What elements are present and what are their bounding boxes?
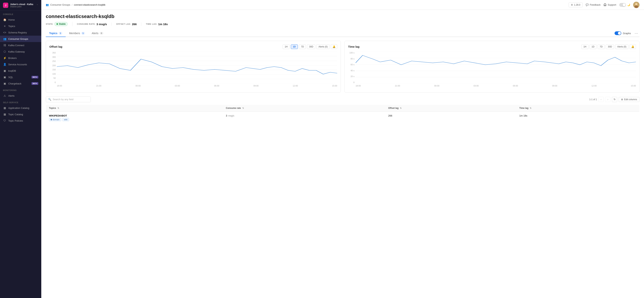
col-time-lag[interactable]: Time lag ⇅	[516, 105, 640, 112]
sidebar-item-label: Consumer Groups	[8, 38, 28, 40]
sidebar-item-topics[interactable]: ≡ Topics	[0, 23, 41, 29]
xlabel-1800: 18:00	[57, 85, 62, 89]
feedback-button[interactable]: 💬 Feedback	[586, 4, 600, 6]
tab-topics[interactable]: Topics 1	[46, 30, 66, 37]
sidebar-item-service-accounts[interactable]: 👤 Service Accounts	[0, 61, 41, 68]
sidebar-app-title: Julien's cloud - Kafka	[10, 3, 33, 6]
moon-icon: 🌙	[627, 4, 630, 6]
timelag-1h-btn[interactable]: 1H	[581, 44, 588, 49]
section-console-label: CONSOLE	[0, 11, 41, 16]
consume-rate-cell: 3 msg/s	[223, 112, 385, 124]
sidebar-chevron-icon[interactable]: ⌃	[36, 4, 38, 6]
kafka-connect-icon: ⛓	[3, 44, 6, 47]
brokers-icon: ⚡	[3, 56, 6, 60]
next-page-button[interactable]: ›	[605, 97, 610, 102]
search-icon: 🔍	[48, 98, 51, 101]
chargeback-badge: BETA	[32, 82, 38, 85]
ylabel-350: 350	[49, 52, 57, 54]
sidebar-item-label: Brokers	[8, 57, 17, 60]
breadcrumb-separator: /	[72, 4, 72, 6]
tag-wiki[interactable]: wiki	[62, 118, 69, 121]
tab-topics-label: Topics	[49, 32, 58, 35]
sidebar-item-kafka-gateway[interactable]: ⬡ Kafka Gateway	[0, 48, 41, 55]
offset-1h-btn[interactable]: 1H	[282, 44, 290, 49]
offset-alerts-btn[interactable]: Alerts (0)	[316, 44, 330, 49]
pagination-text: 1-1 of 1	[590, 98, 597, 101]
refresh-button[interactable]: ↻	[612, 97, 617, 102]
consume-rate-val: 3	[226, 114, 227, 117]
graphs-label: Graphs	[623, 32, 631, 35]
timelag-bell-btn[interactable]: 🔔	[630, 44, 636, 49]
search-box[interactable]: 🔍	[46, 96, 91, 102]
page-content: connect-elasticsearch-ksqldb STATE Stabl…	[41, 10, 644, 298]
status-badge: Stable	[54, 22, 68, 26]
sidebar-item-label: Topic Catalog	[8, 113, 23, 116]
offset-1d-btn[interactable]: 1D	[291, 44, 298, 49]
edit-cols-icon: ⊞	[621, 98, 623, 101]
tab-alerts[interactable]: Alerts 0	[88, 30, 107, 37]
breadcrumb-parent-link[interactable]: Consumer Groups	[50, 4, 70, 6]
timelag-30d-btn[interactable]: 30D	[606, 44, 614, 49]
sidebar-item-sql[interactable]: ▣ SQL BETA	[0, 74, 41, 80]
time-lag-chart-controls: 1H 1D 7D 30D Alerts (0) 🔔	[581, 44, 636, 49]
stats-row: STATE Stable CONSUME RATE 3 msg/s OFFSET…	[46, 22, 640, 26]
table-header: Topics ⇅ Consume rate ⇅ Offset lag ⇅ Tim…	[46, 105, 640, 112]
col-consume-rate[interactable]: Consume rate ⇅	[223, 105, 385, 112]
sidebar-item-topic-catalog[interactable]: ▦ Topic Catalog	[0, 111, 41, 118]
sidebar-item-consumer-groups[interactable]: 👥 Consumer Groups	[0, 36, 41, 42]
support-button[interactable]: 🎧 Support	[604, 4, 616, 6]
sidebar-item-label: Schema Registry	[8, 31, 27, 34]
sidebar-item-brokers[interactable]: ⚡ Brokers	[0, 55, 41, 61]
dark-mode-toggle[interactable]	[619, 3, 626, 7]
offset-30d-btn[interactable]: 30D	[307, 44, 315, 49]
prev-page-button[interactable]: ‹	[598, 97, 604, 102]
offset-lag-yaxis: 350 300 250 200 150 100 50 0	[49, 52, 57, 84]
sidebar-app-sub: shadow-julien	[10, 6, 33, 8]
sidebar-item-schema-registry[interactable]: <> Schema Registry	[0, 29, 41, 36]
time-lag-stat: TIME LAG 1m 18s	[146, 22, 172, 26]
offset-lag-chart-controls: 1H 1D 7D 30D Alerts (0) 🔔	[282, 44, 337, 49]
sidebar-item-kafka-connect[interactable]: ⛓ Kafka Connect	[0, 42, 41, 48]
section-selfservice-label: SELF-SERVICE	[0, 99, 41, 105]
consume-rate-unit: msg/s	[228, 114, 234, 117]
col-offset-lag[interactable]: Offset lag ⇅	[385, 105, 516, 112]
sql-badge: BETA	[32, 76, 38, 78]
consume-rate-stat: CONSUME RATE 3 msg/s	[77, 22, 112, 26]
sidebar-item-label: Chargeback	[8, 82, 22, 85]
status-dot	[56, 23, 58, 25]
more-options-button[interactable]: ⋯	[633, 30, 640, 36]
state-label: STATE	[46, 23, 53, 25]
sidebar-item-chargeback[interactable]: ▣ Chargeback BETA	[0, 80, 41, 87]
search-input[interactable]	[53, 98, 88, 101]
tab-members-count: 1	[81, 32, 85, 34]
offset-7d-btn[interactable]: 7D	[299, 44, 306, 49]
graphs-toggle-switch[interactable]	[614, 31, 621, 35]
sidebar-item-ksqldb[interactable]: ▣ ksqlDB	[0, 68, 41, 74]
ylabel-50: 50	[49, 77, 57, 79]
offset-lag-chart-body	[57, 52, 337, 84]
version-badge[interactable]: ⬇ 1.28.0	[568, 2, 583, 7]
offset-lag-label: OFFSET LAG	[116, 23, 130, 25]
xlabel-0000: 00:00	[136, 85, 141, 89]
col-topics[interactable]: Topics ⇅	[46, 105, 223, 112]
timelag-7d-btn[interactable]: 7D	[598, 44, 604, 49]
timelag-1d-btn[interactable]: 1D	[590, 44, 596, 49]
edit-columns-button[interactable]: ⊞ Edit columns	[619, 97, 640, 102]
timelag-alerts-btn[interactable]: Alerts (0)	[615, 44, 628, 49]
topic-name[interactable]: WIKIPEDIABOT	[49, 114, 220, 117]
sidebar-item-alerts[interactable]: ⚠ Alerts	[0, 92, 41, 99]
ylabel-0: 0	[49, 81, 57, 84]
sidebar-item-application-catalog[interactable]: ▦ Application Catalog	[0, 105, 41, 111]
tab-members[interactable]: Members 1	[66, 30, 88, 37]
topbar: 👥 Consumer Groups / connect-elasticsearc…	[41, 0, 644, 10]
sidebar-item-topic-policies[interactable]: 🛡 Topic Policies	[0, 118, 41, 124]
tl-xlabel-1500: 15:00	[631, 85, 636, 89]
tl-xlabel-0000: 00:00	[434, 85, 440, 89]
theme-toggle[interactable]: 🌙	[619, 3, 630, 7]
ylabel-200: 200	[49, 64, 57, 66]
time-lag-label: TIME LAG	[146, 23, 157, 25]
tag-domain[interactable]: domain	[49, 118, 61, 121]
offset-bell-btn[interactable]: 🔔	[331, 44, 337, 49]
user-avatar[interactable]	[633, 2, 640, 8]
sidebar-item-home[interactable]: 🏠 Home	[0, 16, 41, 23]
